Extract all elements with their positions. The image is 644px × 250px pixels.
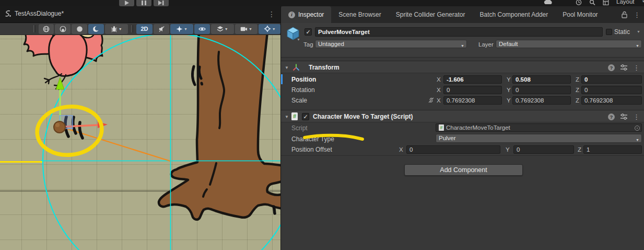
layer-dropdown[interactable]: Default ▼ [496,40,642,48]
step-button[interactable] [154,0,169,6]
scene-tab-title: TestAssDialogue* [15,10,64,17]
tab-label: Batch Component Adder [479,11,548,18]
gameobject-active-checkbox[interactable]: ✓ [305,28,312,36]
offset-x-field[interactable]: 0 [406,145,500,154]
gizmos-button[interactable]: ▼ [259,24,280,34]
script-icon: # [291,112,298,120]
layout-dropdown-label[interactable]: Layout [616,0,635,5]
position-x-field[interactable]: -1.606 [443,75,502,84]
gameobject-icon-caret[interactable]: ▼ [297,38,300,41]
help-icon[interactable]: ? [608,64,615,71]
scene-visibility-button[interactable] [194,24,210,34]
layers-icon [217,26,224,32]
presets-icon[interactable] [620,64,627,71]
shading-solid-sphere-button[interactable] [72,24,87,34]
component-menu-icon[interactable]: ⋮ [633,64,640,72]
target-dot-sprite [54,121,65,133]
constrain-proportions-icon[interactable] [428,97,435,104]
inspector-tab-bar: i Inspector Scene Browser Sprite Collide… [281,6,644,23]
rotation-z-field[interactable]: 0 [581,86,642,94]
tag-label: Tag [303,41,313,48]
script-component-title: Character Move To Target (Script) [313,113,413,120]
layer-label: Layer [478,41,494,48]
static-checkbox[interactable] [606,29,612,35]
rotation-x-field[interactable]: 0 [443,86,502,94]
help-icon[interactable]: ? [608,113,615,120]
axis-y-label: Y [507,87,511,93]
add-component-button[interactable]: Add Component [404,164,523,176]
script-object-value: CharacterMoveToTarget [446,124,510,131]
camera-icon [240,26,248,32]
static-caret-icon[interactable]: ▼ [637,30,640,33]
transform-title: Transform [309,64,339,71]
position-y-field[interactable]: 0.508 [512,75,571,84]
debug-options-button[interactable]: ▼ [105,24,128,34]
history-clock-icon[interactable] [576,0,582,5]
character-type-caret-icon: ▼ [636,137,639,144]
layout-grid-icon [603,0,609,5]
scene-tab[interactable]: TestAssDialogue* [4,10,64,17]
character-type-label: Character Type [291,135,334,143]
transform-header[interactable]: ▼ Transform ? ⋮ [281,61,644,73]
target-dot-highlight [55,123,60,127]
tag-caret-icon: ▼ [461,42,464,50]
camera-settings-button[interactable]: ▼ [235,24,258,34]
transform-foldout-icon[interactable]: ▼ [285,65,289,70]
lock-icon[interactable] [622,11,627,18]
prefab-override-bar [281,74,283,84]
wireframe-sphere-icon [43,26,50,32]
inspector-panel: i Inspector Scene Browser Sprite Collide… [280,6,644,250]
play-icon [124,1,130,5]
layer-value: Default [499,41,518,47]
script-field-label: Script [291,124,308,132]
scale-z-field[interactable]: 0.7692308 [581,96,642,105]
scale-y-field[interactable]: 0.7692308 [512,96,571,105]
section-divider [281,155,644,156]
script-component-header[interactable]: ▼ # ✓ Character Move To Target (Script) … [281,110,644,122]
effects-toggle-button[interactable]: ▼ [170,24,193,34]
tab-pool-monitor[interactable]: Pool Monitor [555,6,605,23]
scale-x-field[interactable]: 0.7692308 [443,96,502,105]
solid-sphere-icon [76,26,83,32]
position-z-field[interactable]: 0 [581,75,642,84]
pause-button[interactable] [136,0,151,6]
object-picker-icon[interactable] [635,126,640,131]
2d-mode-label: 2D [140,26,148,32]
script-object-field[interactable]: # CharacterMoveToTarget [436,123,642,132]
shading-wireframe-sphere-button[interactable] [39,24,54,34]
rotation-y-field[interactable]: 0 [512,86,571,94]
axis-y-label: Y [507,97,511,104]
axis-z-label: Z [576,97,579,104]
layers-button[interactable]: ▼ [211,24,234,34]
tab-scene-browser[interactable]: Scene Browser [331,6,388,23]
scene-view-toolbar: ▼ 2D ▼ ▼ ▼ ▼ [0,23,280,35]
pause-icon [142,1,146,5]
tab-label: Pool Monitor [563,11,598,18]
character-type-dropdown[interactable]: Pulver ▼ [436,134,642,143]
play-button[interactable] [119,0,134,6]
scene-tab-menu-icon[interactable]: ⋮ [268,10,275,18]
2d-mode-toggle-button[interactable]: 2D [136,24,153,34]
gizmos-caret-icon: ▼ [272,27,276,31]
layout-caret-icon[interactable]: ▼ [642,0,644,3]
search-icon[interactable] [589,0,595,5]
lighting-toggle-button[interactable] [88,24,104,34]
audio-mute-toggle-button[interactable] [154,24,169,34]
scene-viewport[interactable] [0,35,280,250]
tag-dropdown[interactable]: Untagged ▼ [315,40,467,48]
tab-sprite-collider-generator[interactable]: Sprite Collider Generator [389,6,473,23]
gameobject-name-field[interactable]: PulverMoveTarget [315,27,603,37]
inspector-menu-icon[interactable]: ⋮ [634,11,640,19]
step-icon [158,1,164,5]
script-foldout-icon[interactable]: ▼ [285,115,289,119]
tab-inspector[interactable]: i Inspector [281,6,331,23]
shading-shaded-sphere-button[interactable] [55,24,71,34]
component-menu-icon[interactable]: ⋮ [633,113,640,121]
tab-batch-component-adder[interactable]: Batch Component Adder [472,6,555,23]
transform-icon [292,63,300,72]
offset-y-field[interactable]: 0 [513,145,574,154]
offset-z-field[interactable]: 1 [583,145,642,154]
presets-icon[interactable] [620,113,627,120]
cloud-icon[interactable] [543,0,554,5]
script-enabled-checkbox[interactable]: ✓ [302,113,309,120]
